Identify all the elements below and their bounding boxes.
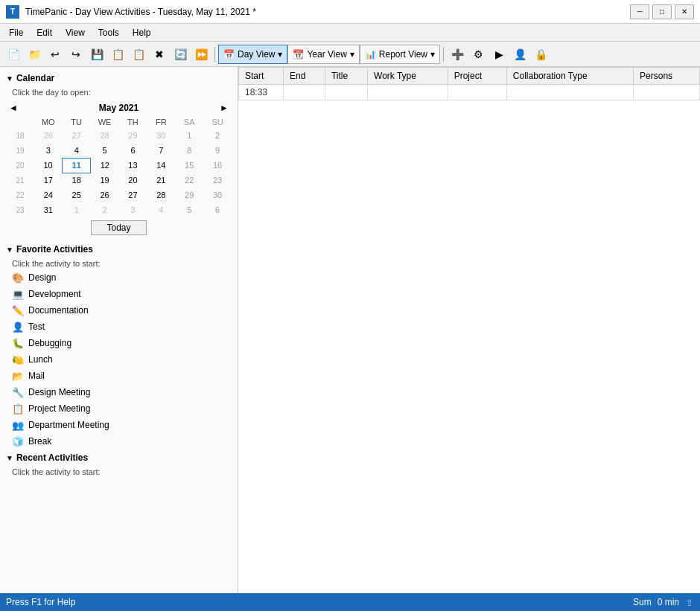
cal-day[interactable]: 1 bbox=[175, 128, 203, 143]
activity-item[interactable]: ✏️Documentation bbox=[3, 302, 235, 319]
cal-day[interactable]: 12 bbox=[91, 158, 119, 173]
undo-button[interactable]: ↩ bbox=[45, 45, 66, 64]
toolbar-sep-1 bbox=[214, 47, 215, 62]
table-cell[interactable] bbox=[368, 85, 448, 100]
menu-item-file[interactable]: File bbox=[3, 26, 29, 39]
cal-day[interactable]: 22 bbox=[175, 173, 203, 188]
add-activity-button[interactable]: ➕ bbox=[447, 45, 468, 64]
paste-button[interactable]: 📋 bbox=[128, 45, 149, 64]
year-view-button[interactable]: 📆 Year View ▾ bbox=[287, 45, 359, 64]
cal-day[interactable]: 26 bbox=[91, 188, 119, 202]
cal-day[interactable]: 25 bbox=[63, 188, 91, 202]
today-button[interactable]: Today bbox=[91, 220, 146, 235]
cal-day[interactable]: 24 bbox=[34, 188, 63, 202]
cal-day[interactable]: 19 bbox=[91, 173, 119, 188]
activity-item[interactable]: 🍋Lunch bbox=[3, 351, 235, 368]
cal-day[interactable]: 2 bbox=[203, 128, 232, 143]
redo-button[interactable]: ↪ bbox=[66, 45, 86, 64]
cal-day[interactable]: 26 bbox=[34, 128, 63, 143]
activity-item[interactable]: 👤Test bbox=[3, 319, 235, 335]
cal-day[interactable]: 28 bbox=[91, 128, 119, 143]
cal-day[interactable]: 30 bbox=[147, 128, 175, 143]
activity-item[interactable]: 🎨Design bbox=[3, 269, 235, 286]
cal-day[interactable]: 23 bbox=[203, 173, 232, 188]
cal-day[interactable]: 6 bbox=[119, 143, 147, 158]
save-button[interactable]: 💾 bbox=[86, 45, 107, 64]
copy-button[interactable]: 📋 bbox=[107, 45, 128, 64]
cal-day[interactable]: 18 bbox=[63, 173, 91, 188]
open-button[interactable]: 📁 bbox=[24, 45, 45, 64]
table-cell[interactable]: 18:33 bbox=[239, 85, 284, 100]
table-cell[interactable] bbox=[325, 85, 367, 100]
menu-item-help[interactable]: Help bbox=[127, 26, 157, 39]
lock-button[interactable]: 🔒 bbox=[530, 45, 551, 64]
close-button[interactable]: ✕ bbox=[675, 4, 694, 19]
activity-item[interactable]: 🧊Break bbox=[3, 433, 235, 450]
cal-day[interactable]: 10 bbox=[34, 158, 63, 173]
table-cell[interactable] bbox=[284, 85, 325, 100]
table-cell[interactable] bbox=[634, 85, 700, 100]
day-view-button[interactable]: 📅 Day View ▾ bbox=[218, 45, 287, 64]
cal-day[interactable]: 11 bbox=[63, 158, 91, 173]
delete-button[interactable]: ✖ bbox=[149, 45, 170, 64]
cal-day[interactable]: 5 bbox=[91, 143, 119, 158]
cal-day[interactable]: 30 bbox=[203, 188, 232, 202]
cal-day[interactable]: 4 bbox=[147, 202, 175, 217]
cal-day[interactable]: 28 bbox=[147, 188, 175, 202]
forward-button[interactable]: ⏩ bbox=[191, 45, 211, 64]
cal-day[interactable]: 29 bbox=[119, 128, 147, 143]
user-button[interactable]: 👤 bbox=[509, 45, 530, 64]
cal-day[interactable]: 27 bbox=[63, 128, 91, 143]
recent-section-header[interactable]: ▼ Recent Activities bbox=[0, 450, 238, 466]
cal-day[interactable]: 31 bbox=[34, 202, 63, 217]
settings-button[interactable]: ⚙ bbox=[468, 45, 489, 64]
report-view-button[interactable]: 📊 Report View ▾ bbox=[360, 45, 440, 64]
cal-day[interactable]: 13 bbox=[119, 158, 147, 173]
favorites-collapse-arrow[interactable]: ▼ bbox=[6, 246, 13, 254]
activity-item[interactable]: 🐛Debugging bbox=[3, 335, 235, 351]
cal-day[interactable]: 14 bbox=[147, 158, 175, 173]
minimize-button[interactable]: ─ bbox=[630, 4, 649, 19]
cal-day[interactable]: 15 bbox=[175, 158, 203, 173]
activity-item[interactable]: 📂Mail bbox=[3, 368, 235, 384]
calendar-nav: ◄ May 2021 ► bbox=[6, 101, 232, 115]
start-button[interactable]: ▶ bbox=[489, 45, 509, 64]
cal-day[interactable]: 8 bbox=[175, 143, 203, 158]
cal-day[interactable]: 27 bbox=[119, 188, 147, 202]
activity-item[interactable]: 👥Department Meeting bbox=[3, 417, 235, 433]
activity-item[interactable]: 🔧Design Meeting bbox=[3, 384, 235, 400]
activity-item[interactable]: 💻Development bbox=[3, 286, 235, 302]
calendar-section-header[interactable]: ▼ Calendar bbox=[0, 70, 238, 86]
table-cell[interactable] bbox=[506, 85, 633, 100]
activity-item[interactable]: 📋Project Meeting bbox=[3, 400, 235, 417]
cal-day[interactable]: 17 bbox=[34, 173, 63, 188]
cal-day[interactable]: 4 bbox=[63, 143, 91, 158]
cal-day[interactable]: 6 bbox=[203, 202, 232, 217]
cal-day[interactable]: 29 bbox=[175, 188, 203, 202]
prev-month-button[interactable]: ◄ bbox=[6, 103, 21, 113]
recent-collapse-arrow[interactable]: ▼ bbox=[6, 454, 13, 462]
refresh-button[interactable]: 🔄 bbox=[170, 45, 191, 64]
new-button[interactable]: 📄 bbox=[3, 45, 24, 64]
cal-day[interactable]: 20 bbox=[119, 173, 147, 188]
calendar-collapse-arrow[interactable]: ▼ bbox=[6, 74, 13, 83]
maximize-button[interactable]: □ bbox=[652, 4, 672, 19]
cal-day[interactable]: 16 bbox=[203, 158, 232, 173]
cal-day[interactable]: 7 bbox=[147, 143, 175, 158]
menu-item-tools[interactable]: Tools bbox=[92, 26, 125, 39]
mon-header: MO bbox=[34, 116, 63, 128]
favorites-section-header[interactable]: ▼ Favorite Activities bbox=[0, 241, 238, 257]
cal-day[interactable]: 21 bbox=[147, 173, 175, 188]
table-cell[interactable] bbox=[448, 85, 506, 100]
next-month-button[interactable]: ► bbox=[217, 103, 232, 113]
cal-day[interactable]: 3 bbox=[119, 202, 147, 217]
menu-item-edit[interactable]: Edit bbox=[31, 26, 58, 39]
cal-day[interactable]: 2 bbox=[91, 202, 119, 217]
cal-day[interactable]: 5 bbox=[175, 202, 203, 217]
col-header-persons: Persons bbox=[634, 68, 700, 85]
menu-item-view[interactable]: View bbox=[60, 26, 91, 39]
cal-day[interactable]: 3 bbox=[34, 143, 63, 158]
cal-day[interactable]: 9 bbox=[203, 143, 232, 158]
cal-day[interactable]: 1 bbox=[63, 202, 91, 217]
activity-list: 🎨Design💻Development✏️Documentation👤Test🐛… bbox=[0, 269, 238, 450]
